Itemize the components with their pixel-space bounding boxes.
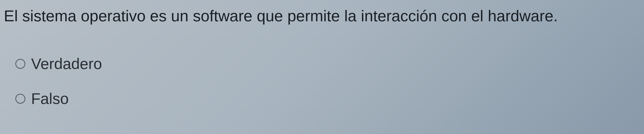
option-verdadero[interactable]: Verdadero [15,55,640,73]
options-group: Verdadero Falso [4,55,640,108]
question-text: El sistema operativo es un software que … [4,6,640,26]
option-label: Falso [31,90,69,108]
radio-icon [15,59,25,69]
option-label: Verdadero [31,55,102,73]
radio-icon [15,94,25,104]
option-falso[interactable]: Falso [15,90,640,108]
